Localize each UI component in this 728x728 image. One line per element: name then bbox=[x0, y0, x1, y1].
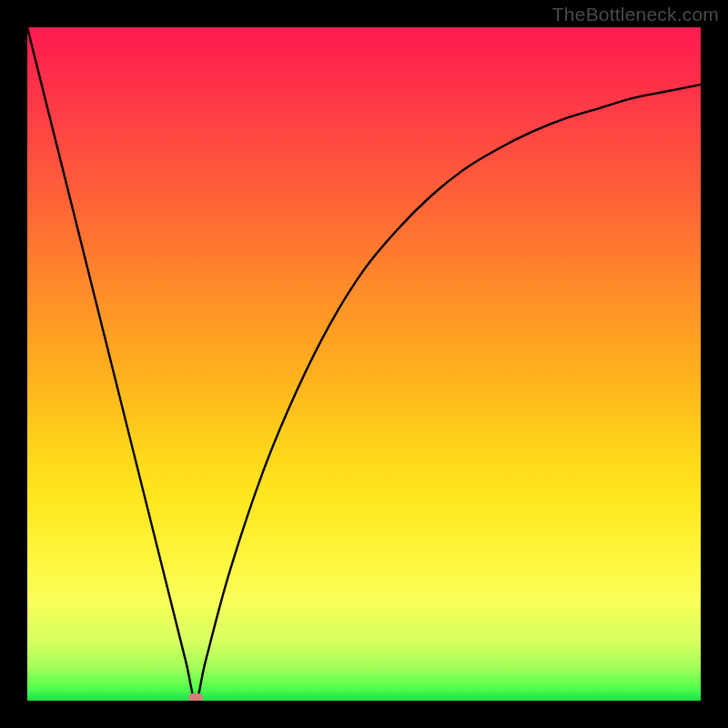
chart-frame: TheBottleneck.com bbox=[0, 0, 728, 728]
plot-area bbox=[27, 27, 701, 701]
watermark-text: TheBottleneck.com bbox=[552, 4, 719, 25]
bottleneck-curve bbox=[27, 27, 701, 701]
minimum-marker bbox=[188, 693, 203, 701]
